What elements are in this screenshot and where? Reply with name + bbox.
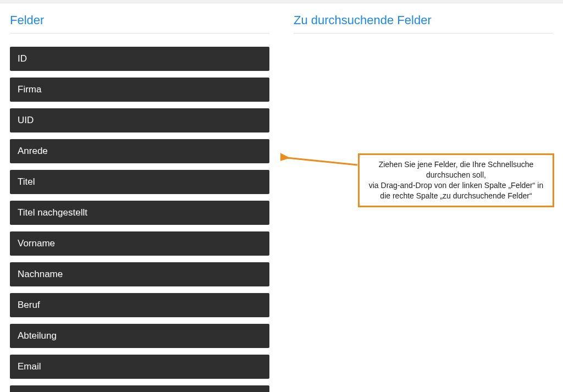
field-item-beruf[interactable]: Beruf [10, 293, 269, 317]
annotation-callout: Ziehen Sie jene Felder, die Ihre Schnell… [358, 153, 554, 207]
field-item-vorname[interactable]: Vorname [10, 231, 269, 256]
annotation-text-line1: Ziehen Sie jene Felder, die Ihre Schnell… [379, 160, 534, 179]
searchable-fields-column-title: Zu durchsuchende Felder [294, 13, 553, 34]
field-item-email[interactable]: Email [10, 355, 269, 379]
field-item-anrede[interactable]: Anrede [10, 139, 269, 163]
fields-column-title: Felder [10, 13, 269, 34]
field-item-email-2[interactable]: Email 2 [10, 385, 269, 392]
field-item-nachname[interactable]: Nachname [10, 262, 269, 286]
field-item-abteilung[interactable]: Abteilung [10, 324, 269, 348]
fields-list[interactable]: ID Firma UID Anrede Titel Titel nachgest… [10, 47, 269, 392]
field-item-id[interactable]: ID [10, 47, 269, 71]
field-item-uid[interactable]: UID [10, 108, 269, 132]
annotation-text-line2: via Drag-and-Drop von der linken Spalte … [369, 181, 543, 200]
field-item-titel[interactable]: Titel [10, 170, 269, 194]
fields-column: Felder ID Firma UID Anrede Titel Titel n… [10, 13, 269, 392]
field-item-firma[interactable]: Firma [10, 78, 269, 102]
field-item-titel-nachgestellt[interactable]: Titel nachgestellt [10, 201, 269, 225]
